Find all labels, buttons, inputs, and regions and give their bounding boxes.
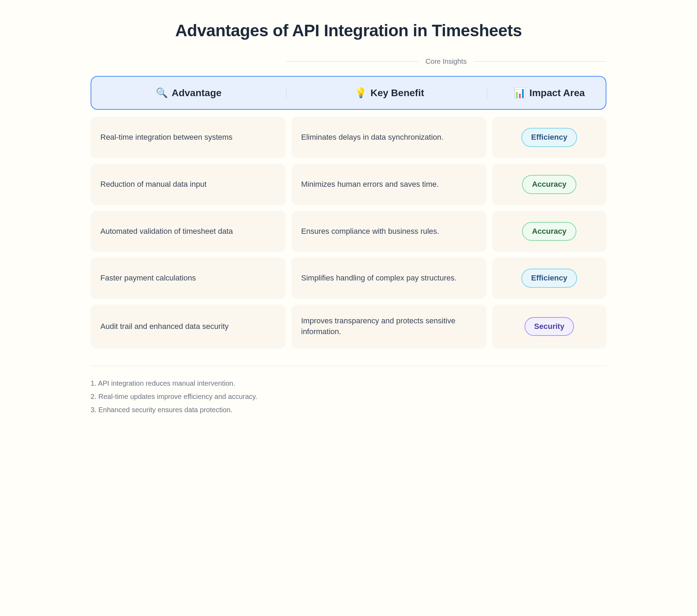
insights-divider: Core Insights — [286, 57, 606, 66]
cell-advantage: Reduction of manual data input — [91, 164, 286, 205]
table-row: Reduction of manual data inputMinimizes … — [91, 164, 606, 205]
lightbulb-icon: 💡 — [355, 87, 367, 99]
column-label: Advantage — [171, 87, 221, 99]
table-row: Audit trail and enhanced data securityIm… — [91, 305, 606, 348]
footer-item: Real-time updates improve efficiency and… — [91, 390, 606, 403]
footer-item: API integration reduces manual intervent… — [91, 377, 606, 390]
impact-badge: Accuracy — [522, 222, 576, 241]
column-header-impact: 📊 Impact Area — [493, 87, 606, 99]
cell-impact: Accuracy — [492, 164, 606, 205]
column-label: Key Benefit — [370, 87, 424, 99]
container: Advantages of API Integration in Timeshe… — [91, 21, 606, 416]
table-row: Automated validation of timesheet dataEn… — [91, 211, 606, 252]
cell-advantage: Automated validation of timesheet data — [91, 211, 286, 252]
column-header-benefit: 💡 Key Benefit — [292, 87, 487, 99]
impact-badge: Efficiency — [521, 269, 577, 288]
cell-impact: Security — [492, 305, 606, 348]
footer-item: Enhanced security ensures data protectio… — [91, 403, 606, 416]
table-header: 🔍 Advantage 💡 Key Benefit 📊 Impact Area — [91, 76, 606, 110]
footer-list: API integration reduces manual intervent… — [91, 377, 606, 416]
cell-advantage: Audit trail and enhanced data security — [91, 305, 286, 348]
impact-badge: Security — [524, 317, 574, 336]
insights-label: Core Insights — [419, 57, 474, 66]
chart-icon: 📊 — [514, 87, 526, 99]
impact-badge: Efficiency — [521, 128, 577, 147]
magnifier-icon: 🔍 — [156, 87, 168, 99]
cell-advantage: Real-time integration between systems — [91, 117, 286, 158]
table-row: Faster payment calculationsSimplifies ha… — [91, 257, 606, 299]
cell-impact: Accuracy — [492, 211, 606, 252]
cell-advantage: Faster payment calculations — [91, 257, 286, 299]
cell-benefit: Ensures compliance with business rules. — [291, 211, 487, 252]
cell-benefit: Simplifies handling of complex pay struc… — [291, 257, 487, 299]
cell-benefit: Eliminates delays in data synchronizatio… — [291, 117, 487, 158]
column-header-advantage: 🔍 Advantage — [91, 87, 286, 99]
column-label: Impact Area — [529, 87, 585, 99]
cell-benefit: Minimizes human errors and saves time. — [291, 164, 487, 205]
impact-badge: Accuracy — [522, 175, 576, 194]
cell-benefit: Improves transparency and protects sensi… — [291, 305, 487, 348]
cell-impact: Efficiency — [492, 117, 606, 158]
page-title: Advantages of API Integration in Timeshe… — [91, 21, 606, 40]
cell-impact: Efficiency — [492, 257, 606, 299]
table-row: Real-time integration between systemsEli… — [91, 117, 606, 158]
footer-divider — [91, 366, 606, 366]
divider-line — [474, 61, 606, 62]
divider-line — [286, 61, 419, 62]
table-body: Real-time integration between systemsEli… — [91, 117, 606, 348]
